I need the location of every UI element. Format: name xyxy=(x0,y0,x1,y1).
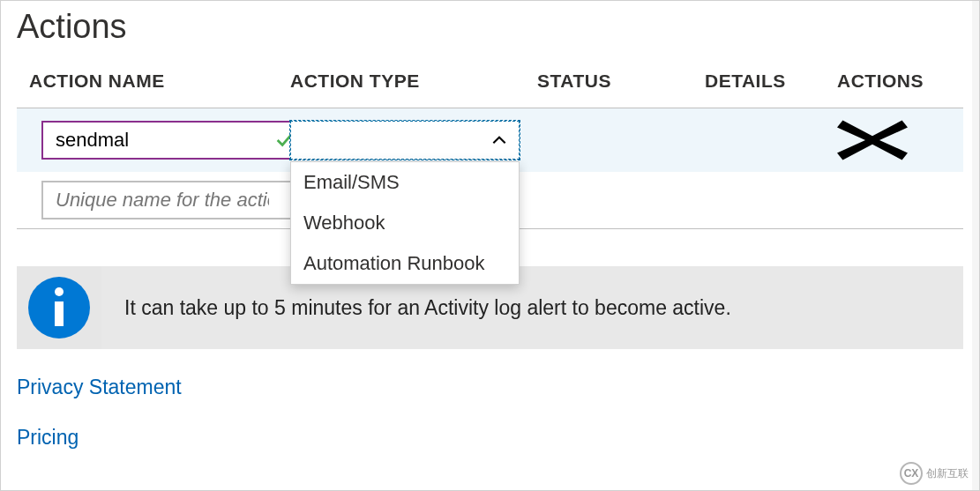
watermark-text: 创新互联 xyxy=(926,466,969,481)
header-actions: ACTIONS xyxy=(837,71,963,92)
info-icon xyxy=(28,277,90,338)
header-action-type: ACTION TYPE xyxy=(290,71,537,92)
remove-action-button[interactable] xyxy=(837,117,908,163)
header-action-name: ACTION NAME xyxy=(17,71,290,92)
privacy-statement-link[interactable]: Privacy Statement xyxy=(17,376,963,399)
chevron-up-icon xyxy=(490,131,508,149)
dropdown-option-webhook[interactable]: Webhook xyxy=(291,203,519,243)
watermark: CX 创新互联 xyxy=(900,462,969,485)
header-details: DETAILS xyxy=(705,71,837,92)
header-status: STATUS xyxy=(537,71,705,92)
action-type-select[interactable] xyxy=(290,121,520,160)
section-title: Actions xyxy=(1,1,979,62)
scrollbar[interactable] xyxy=(972,1,979,490)
info-text: It can take up to 5 minutes for an Activ… xyxy=(124,296,731,320)
action-name-input-empty[interactable] xyxy=(41,181,301,219)
action-name-input[interactable] xyxy=(41,121,301,160)
watermark-logo-icon: CX xyxy=(900,462,923,485)
dropdown-option-email-sms[interactable]: Email/SMS xyxy=(291,162,519,203)
svg-marker-0 xyxy=(837,121,908,160)
action-row: Email/SMS Webhook Automation Runbook xyxy=(17,108,963,172)
pricing-link[interactable]: Pricing xyxy=(17,426,963,450)
table-header-row: ACTION NAME ACTION TYPE STATUS DETAILS A… xyxy=(17,62,963,108)
action-type-dropdown: Email/SMS Webhook Automation Runbook xyxy=(290,161,520,285)
dropdown-option-automation-runbook[interactable]: Automation Runbook xyxy=(291,243,519,284)
